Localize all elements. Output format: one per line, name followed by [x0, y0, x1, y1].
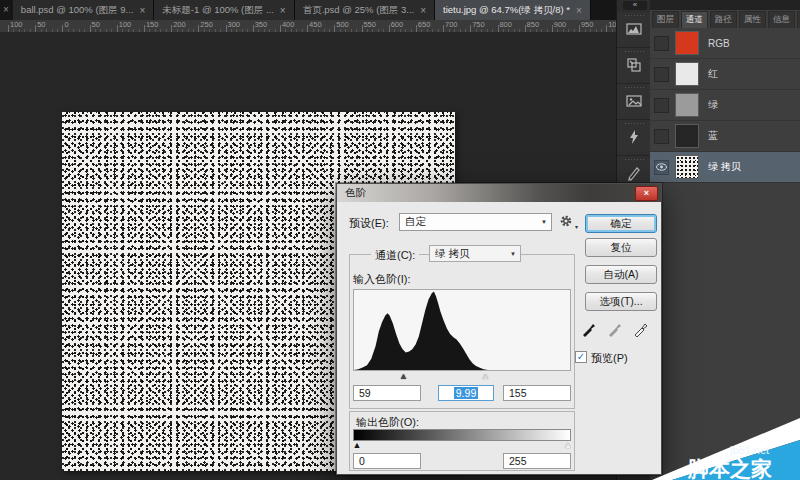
ruler-tick-label: 50 [37, 20, 64, 29]
ruler-tick-label: 50 [92, 20, 119, 29]
output-highlight-field[interactable]: 255 [503, 453, 571, 469]
channel-name: 绿 拷贝 [708, 160, 741, 174]
visibility-eye-icon[interactable] [654, 160, 669, 175]
clipped-tab-close-icon[interactable]: × [0, 0, 13, 20]
visibility-toggle[interactable] [654, 98, 669, 113]
dialog-title-bar[interactable]: 色阶 [337, 184, 661, 202]
channel-row[interactable]: 绿 [650, 90, 800, 121]
ruler-tick-label: 250 [200, 20, 227, 29]
dialog-close-button[interactable]: × [635, 186, 658, 201]
selected-text: 9.99 [454, 387, 478, 399]
document-tab-label: 首页.psd @ 25% (图层 3... [303, 4, 415, 17]
preview-label: 预览(P) [591, 351, 628, 366]
ruler-tick-label: 400 [282, 20, 309, 29]
input-highlight-field[interactable]: 155 [503, 385, 571, 401]
black-point-eyedropper-icon[interactable] [581, 320, 598, 339]
channel-value: 绿 拷贝 [430, 247, 510, 261]
channel-thumbnail [675, 155, 699, 179]
ruler-tick-label: 900 [554, 20, 581, 29]
photoshop-window: × ball.psd @ 100% (图层 9...×未标题-1 @ 100% … [0, 0, 800, 480]
panel-tab-属性[interactable]: 属性 [739, 11, 766, 28]
ruler-tick-label: 350 [255, 20, 282, 29]
document-tab-label: 未标题-1 @ 100% (图层 ... [162, 4, 274, 17]
channel-row[interactable]: 红 [650, 59, 800, 90]
document-tab[interactable]: ball.psd @ 100% (图层 9...× [13, 0, 154, 20]
input-highlight-slider[interactable]: ▲ [481, 372, 490, 381]
actions-panel-icon[interactable] [617, 120, 651, 156]
channel-label: 通道(C): [371, 248, 419, 263]
visibility-toggle[interactable] [654, 129, 669, 144]
visibility-toggle[interactable] [654, 36, 669, 51]
tab-close-icon[interactable]: × [576, 5, 582, 16]
clone-source-panel-icon[interactable] [617, 48, 651, 84]
channel-name: 蓝 [708, 129, 718, 143]
preset-value: 自定 [400, 215, 541, 229]
channel-row[interactable]: 绿 拷贝 [650, 152, 800, 183]
ruler-tick-label: 750 [472, 20, 499, 29]
ruler-tick-label: 850 [527, 20, 554, 29]
channel-thumbnail [675, 31, 699, 55]
document-tab-label: tietu.jpg @ 64.7%(绿 拷贝/8) * [443, 4, 570, 17]
channel-dropdown[interactable]: 绿 拷贝 ▼ [429, 245, 521, 262]
channel-row[interactable]: RGB [650, 28, 800, 59]
ruler-tick-label: 550 [363, 20, 390, 29]
input-levels-label: 输入色阶(I): [353, 272, 410, 287]
channel-name: RGB [708, 38, 730, 49]
ruler-tick-label: 100 [119, 20, 146, 29]
options-button[interactable]: 选项(T)... [585, 292, 657, 311]
channel-name: 红 [708, 67, 718, 81]
input-shadow-slider[interactable]: ▲ [399, 372, 408, 381]
white-point-eyedropper-icon[interactable] [633, 320, 650, 339]
output-levels-label: 输出色阶(O): [353, 415, 422, 430]
document-tab[interactable]: 未标题-1 @ 100% (图层 ...× [154, 0, 294, 20]
panel-tab-信息[interactable]: 信息 [768, 11, 795, 28]
histogram-panel-icon[interactable] [617, 12, 651, 48]
ruler-tick-label: 0 [64, 20, 91, 29]
input-gamma-field[interactable]: 9.99 [438, 385, 494, 401]
document-tab-label: ball.psd @ 100% (图层 9... [21, 4, 134, 17]
ruler-tick-label: 100 [10, 20, 37, 29]
ruler-tick-label: 700 [445, 20, 472, 29]
input-shadow-field[interactable]: 59 [353, 385, 421, 401]
output-gradient-bar [353, 429, 571, 441]
gray-point-eyedropper-icon[interactable] [607, 320, 624, 339]
ruler-tick-label: 600 [391, 20, 418, 29]
tab-close-icon[interactable]: × [139, 5, 145, 16]
dialog-title: 色阶 [345, 186, 366, 200]
ruler-tick-label: 950 [581, 20, 608, 29]
panel-tab-路径[interactable]: 路径 [710, 11, 737, 28]
panel-tab-通道[interactable]: 通道 [681, 11, 708, 28]
ruler-tick-label: 450 [309, 20, 336, 29]
chevron-down-icon: ▼ [510, 251, 520, 257]
output-highlight-slider[interactable]: ▲ [564, 441, 573, 450]
tab-close-icon[interactable]: × [280, 5, 286, 16]
output-shadow-field[interactable]: 0 [353, 453, 421, 469]
visibility-toggle[interactable] [654, 67, 669, 82]
ruler-tick-label: 200 [173, 20, 200, 29]
document-tab[interactable]: tietu.jpg @ 64.7%(绿 拷贝/8) *× [435, 0, 591, 20]
channels-panel: 图层通道路径属性信息颜色 RGB红绿蓝绿 拷贝 [650, 0, 800, 480]
tab-close-icon[interactable]: × [420, 5, 426, 16]
channel-name: 绿 [708, 98, 718, 112]
channel-thumbnail [675, 62, 699, 86]
preset-dropdown[interactable]: 自定 ▼ [399, 213, 552, 231]
channel-thumbnail [675, 124, 699, 148]
reset-button[interactable]: 复位 [585, 238, 657, 257]
preview-checkbox[interactable]: ✓ [575, 351, 587, 363]
ruler-tick-label: 150 [146, 20, 173, 29]
ruler-tick-label: 650 [418, 20, 445, 29]
document-tab[interactable]: 首页.psd @ 25% (图层 3...× [295, 0, 435, 20]
preset-options-gear-icon[interactable]: ▾ [559, 214, 573, 230]
ruler-tick-label: 1000 [608, 20, 616, 29]
channel-row[interactable]: 蓝 [650, 121, 800, 152]
ok-button[interactable]: 确定 [585, 214, 657, 233]
document-tab-bar: × ball.psd @ 100% (图层 9...×未标题-1 @ 100% … [0, 0, 616, 20]
collapse-panels-button[interactable]: « [623, 1, 647, 10]
preset-label: 预设(E): [349, 216, 389, 231]
panel-group-header [650, 0, 800, 10]
auto-button[interactable]: 自动(A) [585, 265, 657, 284]
output-shadow-slider[interactable]: ▲ [353, 441, 362, 450]
image-panel-icon[interactable] [617, 84, 651, 120]
panel-tab-图层[interactable]: 图层 [652, 11, 679, 28]
channel-thumbnail [675, 93, 699, 117]
